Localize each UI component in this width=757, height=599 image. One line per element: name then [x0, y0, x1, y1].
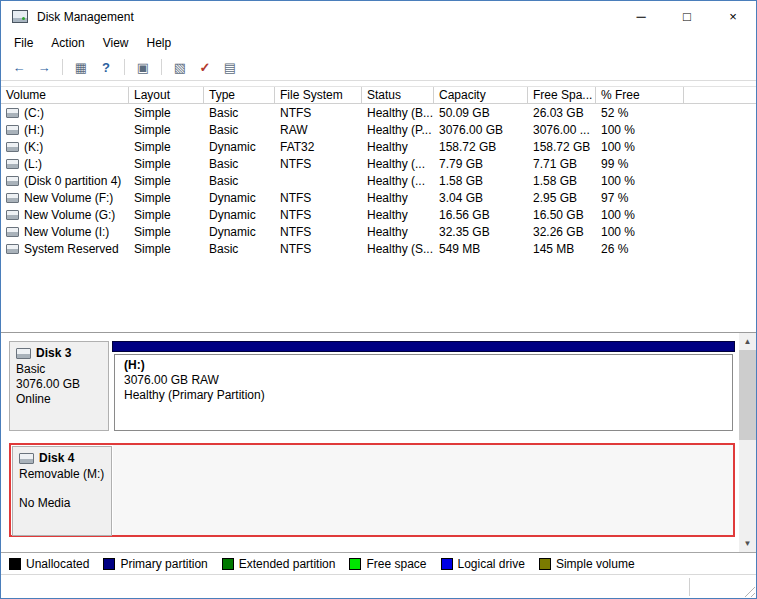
primary-partition-band — [112, 341, 735, 352]
volume-name: (H:) — [24, 123, 44, 137]
free-space-swatch-icon — [349, 558, 361, 570]
disk-4-label[interactable]: Disk 4 Removable (M:) No Media — [12, 446, 112, 536]
console-tree-icon[interactable]: ▦ — [70, 57, 92, 78]
scrollbar-thumb[interactable] — [739, 350, 756, 440]
properties-icon[interactable]: ▣ — [132, 57, 154, 78]
disk-management-window: Disk Management ─ □ × File Action View H… — [0, 0, 757, 599]
menu-help[interactable]: Help — [138, 33, 181, 53]
volume-pct-free: 52 % — [596, 106, 684, 120]
volume-capacity: 50.09 GB — [434, 106, 528, 120]
list-view-icon[interactable]: ▤ — [219, 57, 241, 78]
volume-icon — [6, 125, 19, 135]
maximize-button[interactable]: □ — [664, 1, 710, 32]
disk-type: Basic — [16, 362, 102, 377]
scroll-up-icon[interactable]: ▲ — [739, 333, 756, 350]
volume-pct-free: 99 % — [596, 157, 684, 171]
partition-name: (H:) — [124, 358, 723, 373]
check-disk-icon[interactable]: ✓ — [194, 57, 216, 78]
column-header-capacity[interactable]: Capacity — [434, 87, 528, 103]
column-header-status[interactable]: Status — [362, 87, 434, 103]
volume-pct-free: 100 % — [596, 225, 684, 239]
volume-type: Dynamic — [204, 191, 275, 205]
disk-status: No Media — [19, 496, 105, 511]
table-row[interactable]: (C:) Simple Basic NTFS Healthy (B... 50.… — [1, 104, 756, 121]
volume-layout: Simple — [129, 208, 204, 222]
volume-icon — [6, 193, 19, 203]
minimize-button[interactable]: ─ — [618, 1, 664, 32]
disk-size: 3076.00 GB — [16, 377, 102, 392]
legend-unallocated: Unallocated — [9, 557, 89, 571]
legend-free-space: Free space — [349, 557, 426, 571]
volume-file-system: NTFS — [275, 208, 362, 222]
column-header-pct-free[interactable]: % Free — [596, 87, 684, 103]
close-button[interactable]: × — [710, 1, 756, 32]
menu-file[interactable]: File — [5, 33, 42, 53]
disk-4-empty-area[interactable] — [113, 445, 733, 535]
resize-grip[interactable] — [742, 584, 755, 597]
partition-info[interactable]: (H:) 3076.00 GB RAW Healthy (Primary Par… — [114, 354, 733, 431]
volume-icon — [6, 176, 19, 186]
volume-free-space: 2.95 GB — [528, 191, 596, 205]
volume-capacity: 1.58 GB — [434, 174, 528, 188]
volume-icon — [6, 210, 19, 220]
disk-icon — [19, 453, 34, 464]
volume-capacity: 32.35 GB — [434, 225, 528, 239]
disk-3-partition[interactable]: (H:) 3076.00 GB RAW Healthy (Primary Par… — [112, 341, 735, 431]
table-row[interactable]: (K:) Simple Dynamic FAT32 Healthy 158.72… — [1, 138, 756, 155]
disk-icon — [16, 348, 31, 359]
volume-type: Dynamic — [204, 225, 275, 239]
status-pane-divider — [689, 578, 690, 596]
vertical-scrollbar[interactable]: ▲ ▼ — [739, 333, 756, 552]
column-header-layout[interactable]: Layout — [129, 87, 204, 103]
column-header-free-space[interactable]: Free Spa... — [528, 87, 596, 103]
menu-view[interactable]: View — [94, 33, 138, 53]
table-row[interactable]: New Volume (G:) Simple Dynamic NTFS Heal… — [1, 206, 756, 223]
table-row[interactable]: New Volume (F:) Simple Dynamic NTFS Heal… — [1, 189, 756, 206]
volume-pct-free: 97 % — [596, 191, 684, 205]
volume-free-space: 7.71 GB — [528, 157, 596, 171]
table-row[interactable]: New Volume (I:) Simple Dynamic NTFS Heal… — [1, 223, 756, 240]
disk-management-icon — [12, 10, 28, 23]
scroll-down-icon[interactable]: ▼ — [739, 535, 756, 552]
volume-name: (C:) — [24, 106, 44, 120]
action-pane-icon[interactable]: ▧ — [169, 57, 191, 78]
legend-label: Free space — [366, 557, 426, 571]
volume-status: Healthy (S... — [362, 242, 434, 256]
legend-label: Unallocated — [26, 557, 89, 571]
window-title: Disk Management — [37, 10, 134, 24]
volume-name: New Volume (G:) — [24, 208, 115, 222]
disk-status: Online — [16, 392, 102, 407]
table-header: Volume Layout Type File System Status Ca… — [1, 86, 756, 104]
status-bar — [1, 574, 756, 598]
column-header-file-system[interactable]: File System — [275, 87, 362, 103]
volume-name: (L:) — [24, 157, 42, 171]
disk-3-row: Disk 3 Basic 3076.00 GB Online (H:) 3076… — [9, 341, 735, 431]
volume-free-space: 145 MB — [528, 242, 596, 256]
disk-3-label[interactable]: Disk 3 Basic 3076.00 GB Online — [9, 341, 109, 431]
table-row[interactable]: (Disk 0 partition 4) Simple Basic Health… — [1, 172, 756, 189]
disk-4-highlight: Disk 4 Removable (M:) No Media — [9, 443, 735, 537]
volume-pct-free: 26 % — [596, 242, 684, 256]
column-header-type[interactable]: Type — [204, 87, 275, 103]
volume-file-system: RAW — [275, 123, 362, 137]
scrollbar-track[interactable] — [739, 350, 756, 535]
help-icon[interactable]: ? — [95, 57, 117, 78]
legend-primary-partition: Primary partition — [103, 557, 207, 571]
volume-name: New Volume (F:) — [24, 191, 113, 205]
volume-capacity: 7.79 GB — [434, 157, 528, 171]
volume-icon — [6, 142, 19, 152]
disk-name-text: Disk 4 — [39, 451, 74, 466]
back-icon[interactable]: ← — [8, 57, 30, 78]
column-header-volume[interactable]: Volume — [1, 87, 129, 103]
table-row[interactable]: System Reserved Simple Basic NTFS Health… — [1, 240, 756, 257]
forward-icon[interactable]: → — [33, 57, 55, 78]
table-row[interactable]: (H:) Simple Basic RAW Healthy (P... 3076… — [1, 121, 756, 138]
volume-file-system: NTFS — [275, 157, 362, 171]
volume-layout: Simple — [129, 106, 204, 120]
unallocated-swatch-icon — [9, 558, 21, 570]
partition-health: Healthy (Primary Partition) — [124, 388, 723, 403]
table-row[interactable]: (L:) Simple Basic NTFS Healthy (... 7.79… — [1, 155, 756, 172]
volume-icon — [6, 159, 19, 169]
volume-icon — [6, 244, 19, 254]
menu-action[interactable]: Action — [42, 33, 93, 53]
